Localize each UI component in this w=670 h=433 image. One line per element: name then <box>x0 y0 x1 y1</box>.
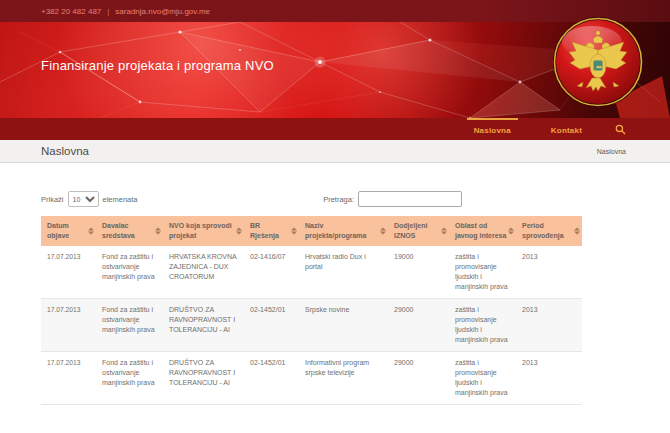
column-header[interactable]: NVO koja sprovodi projekat <box>163 216 244 246</box>
table-cell: Informativni program srpske televizije <box>299 352 388 405</box>
table-cell: Fond za zaštitu i ostvarivanje manjinski… <box>96 299 163 352</box>
sort-icon <box>291 228 297 235</box>
length-select[interactable]: 10 <box>68 191 99 207</box>
column-header[interactable]: Datum objave <box>41 216 96 246</box>
table-cell: 2013 <box>516 352 582 405</box>
montenegro-emblem-icon[interactable] <box>552 16 644 108</box>
column-header[interactable]: Dodjeljeni IZNOS <box>388 216 449 246</box>
table-cell: 02-1452/01 <box>244 352 299 405</box>
sort-icon <box>508 228 514 235</box>
page: +382 20 482 487 | saradnja.nvo@mju.gov.m… <box>0 0 670 433</box>
sort-icon <box>236 228 242 235</box>
column-label: Oblast od javnog interesa <box>455 222 506 239</box>
table-cell: 2013 <box>516 246 582 299</box>
column-label: NVO koja sprovodi projekat <box>169 222 232 239</box>
table-controls: Prikaži 10 elemenata Pretraga: <box>41 191 462 207</box>
main-nav: Naslovna Kontakt <box>0 118 670 140</box>
search-icon <box>615 124 626 135</box>
column-header[interactable]: Naziv projekta/programa <box>299 216 388 246</box>
length-suffix: elemenata <box>103 195 138 204</box>
table-cell: 2013 <box>516 299 582 352</box>
column-header[interactable]: BR Rješenja <box>244 216 299 246</box>
main-content: Prikaži 10 elemenata Pretraga: Datum obj… <box>0 163 670 405</box>
table-cell: zaštita i promovisanje ljudskih i manjin… <box>449 352 516 405</box>
table-row: 17.07.2013Fond za zaštitu i ostvarivanje… <box>41 246 582 299</box>
table-body: 17.07.2013Fond za zaštitu i ostvarivanje… <box>41 246 582 405</box>
column-header[interactable]: Period sprovođenja <box>516 216 582 246</box>
table-cell: Srpske novine <box>299 299 388 352</box>
column-label: Period sprovođenja <box>522 222 564 239</box>
table-cell: 02-1452/01 <box>244 299 299 352</box>
table-cell: Fond za zaštitu i ostvarivanje manjinski… <box>96 352 163 405</box>
sort-icon <box>380 228 386 235</box>
search-input[interactable] <box>358 191 462 207</box>
column-label: Dodjeljeni IZNOS <box>394 222 427 239</box>
sort-icon <box>574 228 580 235</box>
table-cell: 17.07.2013 <box>41 299 96 352</box>
column-label: Naziv projekta/programa <box>305 222 366 239</box>
column-header[interactable]: Davalac sredstava <box>96 216 163 246</box>
table-cell: zaštita i promovisanje ljudskih i manjin… <box>449 299 516 352</box>
table-cell: 29000 <box>388 352 449 405</box>
sort-icon <box>441 228 447 235</box>
topbar-email-link[interactable]: saradnja.nvo@mju.gov.me <box>115 7 210 16</box>
table-row: 17.07.2013Fond za zaštitu i ostvarivanje… <box>41 299 582 352</box>
nav-search-button[interactable] <box>615 118 626 140</box>
column-header[interactable]: Oblast od javnog interesa <box>449 216 516 246</box>
table-header-row: Datum objaveDavalac sredstavaNVO koja sp… <box>41 216 582 246</box>
table-cell: Fond za zaštitu i ostvarivanje manjinski… <box>96 246 163 299</box>
search-label: Pretraga: <box>323 195 354 204</box>
column-label: Davalac sredstava <box>102 222 135 239</box>
sort-icon <box>155 228 161 235</box>
topbar-phone: +382 20 482 487 <box>41 7 101 16</box>
table-row: 17.07.2013Fond za zaštitu i ostvarivanje… <box>41 352 582 405</box>
projects-table: Datum objaveDavalac sredstavaNVO koja sp… <box>41 216 582 405</box>
table-cell: DRUŠTVO ZA RAVNOPRAVNOST I TOLERANCIJU -… <box>163 352 244 405</box>
topbar-separator: | <box>107 7 109 16</box>
length-label: Prikaži <box>41 195 64 204</box>
breadcrumb[interactable]: Naslovna <box>597 148 626 155</box>
column-label: BR Rješenja <box>250 222 279 239</box>
table-cell: Hrvatski radio Dux i portal <box>299 246 388 299</box>
table-cell: 17.07.2013 <box>41 352 96 405</box>
table-cell: 29000 <box>388 299 449 352</box>
table-cell: 17.07.2013 <box>41 246 96 299</box>
page-title: Naslovna <box>41 145 89 157</box>
table-cell: HRVATSKA KROVNA ZAJEDNICA - DUX CROATORU… <box>163 246 244 299</box>
table-cell: zaštita i promovisanje ljudskih i manjin… <box>449 246 516 299</box>
nav-item-kontakt[interactable]: Kontakt <box>544 118 589 140</box>
site-title: Finansiranje projekata i programa NVO <box>41 58 274 73</box>
table-cell: 02-1416/07 <box>244 246 299 299</box>
length-control: Prikaži 10 elemenata <box>41 191 138 207</box>
titlebar: Naslovna Naslovna <box>0 140 670 163</box>
table-cell: DRUŠTVO ZA RAVNOPRAVNOST I TOLERANCIJU -… <box>163 299 244 352</box>
table-cell: 19000 <box>388 246 449 299</box>
sort-icon <box>88 228 94 235</box>
search-control: Pretraga: <box>323 191 462 207</box>
nav-item-naslovna[interactable]: Naslovna <box>467 118 518 140</box>
column-label: Datum objave <box>47 222 69 239</box>
